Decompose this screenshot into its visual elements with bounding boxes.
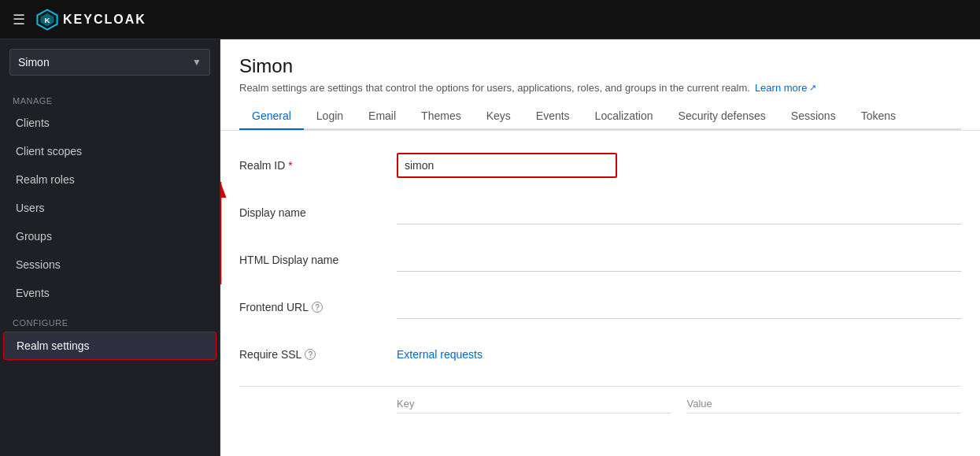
frontend-url-label: Frontend URL ?: [239, 301, 397, 313]
tab-login[interactable]: Login: [304, 103, 356, 130]
page-title: Simon: [239, 55, 961, 77]
realm-selector-label: Simon: [18, 56, 50, 69]
tab-security-defenses[interactable]: Security defenses: [666, 103, 778, 130]
tab-localization[interactable]: Localization: [582, 103, 666, 130]
display-name-input[interactable]: [397, 202, 961, 224]
col-header-value: Value: [687, 398, 962, 413]
tab-email[interactable]: Email: [356, 103, 409, 130]
tab-keys[interactable]: Keys: [474, 103, 523, 130]
learn-more-link[interactable]: Learn more ↗: [755, 82, 816, 94]
sidebar-item-client-scopes[interactable]: Client scopes: [3, 138, 216, 165]
sidebar: Simon ▼ Manage Clients Client scopes Rea…: [0, 39, 220, 456]
col-header-key: Key: [397, 398, 671, 413]
require-ssl-row: Require SSL ? External requests: [239, 339, 961, 370]
sidebar-item-clients[interactable]: Clients: [3, 109, 216, 136]
page-description: Realm settings are settings that control…: [239, 82, 961, 94]
html-display-name-row: HTML Display name: [239, 244, 961, 276]
configure-section-label: Configure: [0, 307, 220, 331]
realm-id-input[interactable]: [398, 154, 616, 176]
logo: K KEYCLOAK: [36, 9, 146, 31]
sidebar-item-sessions[interactable]: Sessions: [3, 251, 216, 278]
realm-id-label: Realm ID *: [239, 159, 397, 172]
topbar: ☰ K KEYCLOAK: [0, 0, 980, 39]
tab-general[interactable]: General: [239, 103, 304, 130]
tab-sessions[interactable]: Sessions: [778, 103, 849, 130]
logo-text: KEYCLOAK: [63, 13, 146, 27]
require-ssl-value[interactable]: External requests: [397, 348, 483, 361]
frontend-url-help-icon[interactable]: ?: [312, 302, 323, 313]
content-header: Simon Realm settings are settings that c…: [220, 39, 980, 131]
required-indicator: *: [288, 159, 292, 172]
realm-id-row: Realm ID *: [239, 150, 961, 181]
tab-tokens[interactable]: Tokens: [849, 103, 908, 130]
sidebar-item-groups[interactable]: Groups: [3, 223, 216, 250]
html-display-name-input[interactable]: [397, 249, 961, 272]
chevron-down-icon: ▼: [192, 57, 202, 68]
frontend-url-input[interactable]: [397, 296, 961, 319]
html-display-name-label: HTML Display name: [239, 254, 397, 266]
require-ssl-help-icon[interactable]: ?: [305, 349, 316, 360]
page-description-text: Realm settings are settings that control…: [239, 82, 750, 94]
main-content: Simon Realm settings are settings that c…: [220, 39, 980, 456]
tab-events[interactable]: Events: [523, 103, 582, 130]
display-name-row: Display name: [239, 197, 961, 228]
display-name-label: Display name: [239, 206, 397, 219]
table-header-row: Key Value: [239, 386, 961, 417]
manage-section-label: Manage: [0, 85, 220, 109]
tab-themes[interactable]: Themes: [409, 103, 474, 130]
tabs-bar: General Login Email Themes Keys Events L…: [239, 103, 961, 130]
external-link-icon: ↗: [809, 83, 816, 93]
realm-selector[interactable]: Simon ▼: [9, 49, 210, 76]
keycloak-logo-icon: K: [36, 9, 58, 31]
require-ssl-label: Require SSL ?: [239, 348, 397, 361]
sidebar-item-users[interactable]: Users: [3, 195, 216, 221]
form-area: Realm ID * Display name HTML Display nam…: [220, 131, 980, 456]
sidebar-item-realm-settings[interactable]: Realm settings: [3, 332, 216, 360]
svg-text:K: K: [44, 15, 50, 24]
main-layout: Simon ▼ Manage Clients Client scopes Rea…: [0, 39, 980, 456]
annotation-arrow: [220, 139, 240, 296]
sidebar-item-events[interactable]: Events: [3, 280, 216, 306]
menu-icon[interactable]: ☰: [13, 11, 25, 28]
frontend-url-row: Frontend URL ?: [239, 291, 961, 323]
realm-id-highlight-box: [397, 153, 617, 178]
sidebar-item-realm-roles[interactable]: Realm roles: [3, 166, 216, 193]
